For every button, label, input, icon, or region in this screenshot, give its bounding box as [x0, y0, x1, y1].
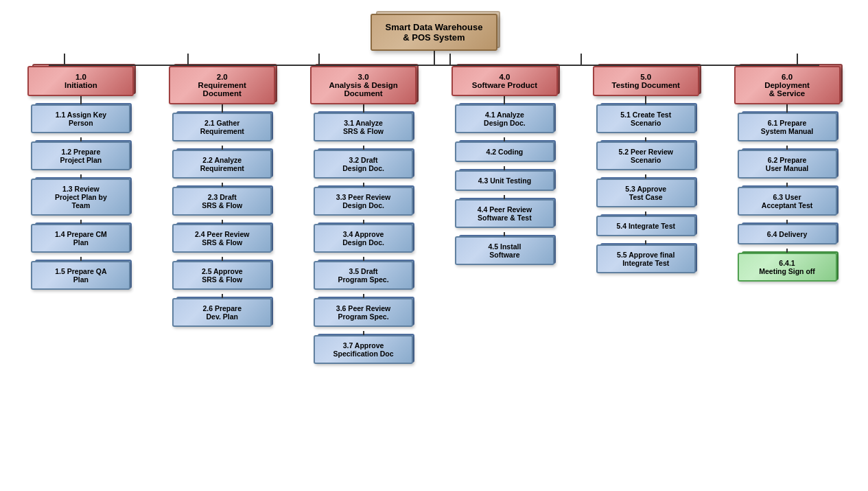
col3-children: 3.1 AnalyzeSRS & Flow 3.2 DraftDesign Do… — [302, 113, 425, 368]
list-item: 1.4 Prepare CMPlan — [31, 224, 130, 253]
column-4: 4.0Software Product 4.1 AnalyzeDesign Do… — [443, 66, 566, 269]
root-label: Smart Data Warehouse & POS System — [386, 22, 483, 43]
col1-children: 1.1 Assign KeyPerson 1.2 PrepareProject … — [19, 104, 143, 294]
root-down-line — [434, 51, 435, 65]
column-5: 5.0Testing Document 5.1 Create TestScena… — [584, 66, 707, 277]
list-item: 2.1 GatherRequirement — [172, 113, 272, 141]
list-item-special: 6.4.1Meeting Sign off — [738, 253, 837, 282]
list-item: 5.1 Create TestScenario — [596, 104, 696, 133]
root-box: Smart Data Warehouse & POS System — [371, 14, 498, 51]
list-item: 5.5 Approve finalIntegrate Test — [596, 244, 696, 273]
list-item: 2.3 DraftSRS & Flow — [172, 187, 272, 216]
list-item: 3.3 Peer ReviewDesign Doc. — [314, 187, 413, 216]
list-item: 2.6 PrepareDev. Plan — [172, 298, 272, 327]
header-5-label: 5.0Testing Document — [611, 73, 679, 89]
list-item: 3.2 DraftDesign Doc. — [314, 150, 413, 179]
root-node: Smart Data Warehouse & POS System — [371, 14, 498, 51]
list-item: 6.4 Delivery — [738, 224, 837, 244]
tree-wrapper: Smart Data Warehouse & POS System 1.0Ini… — [3, 7, 865, 375]
list-item: 4.3 Unit Testing — [455, 170, 554, 191]
header-4: 4.0Software Product — [451, 66, 558, 96]
list-item: 4.1 AnalyzeDesign Doc. — [455, 104, 554, 133]
list-item: 6.3 UserAcceptant Test — [738, 187, 837, 216]
header-6: 6.0Deployment& Service — [734, 66, 841, 104]
list-item: 1.3 ReviewProject Plan byTeam — [31, 179, 130, 216]
header-4-label: 4.0Software Product — [472, 73, 537, 89]
list-item: 5.4 Integrate Test — [596, 216, 696, 236]
list-item: 5.2 Peer ReviewScenario — [596, 141, 696, 170]
header-2: 2.0RequirementDocument — [169, 66, 275, 104]
header-5: 5.0Testing Document — [593, 66, 699, 96]
col2-children: 2.1 GatherRequirement 2.2 AnalyzeRequire… — [161, 113, 284, 331]
list-item: 3.5 DraftProgram Spec. — [314, 261, 413, 290]
header-3: 3.0Analysis & DesignDocument — [310, 66, 417, 104]
list-item: 3.1 AnalyzeSRS & Flow — [314, 113, 413, 141]
header-3-label: 3.0Analysis & DesignDocument — [329, 73, 397, 98]
list-item: 6.2 PrepareUser Manual — [738, 150, 837, 179]
header-6-label: 6.0Deployment& Service — [764, 73, 810, 98]
list-item: 3.6 Peer ReviewProgram Spec. — [314, 298, 413, 327]
col4-children: 4.1 AnalyzeDesign Doc. 4.2 Coding 4.3 Un… — [443, 104, 566, 269]
list-item: 3.4 ApproveDesign Doc. — [314, 224, 413, 253]
list-item: 2.4 Peer ReviewSRS & Flow — [172, 224, 272, 253]
list-item: 4.5 InstallSoftware — [455, 236, 554, 265]
list-item: 3.7 ApproveSpecification Doc — [314, 335, 413, 364]
header-2-label: 2.0RequirementDocument — [198, 73, 246, 98]
chart-container: Smart Data Warehouse & POS System 1.0Ini… — [0, 0, 868, 382]
list-item: 1.1 Assign KeyPerson — [31, 104, 130, 133]
list-item: 6.1 PrepareSystem Manual — [738, 113, 837, 141]
col1-vert — [80, 96, 82, 104]
column-6: 6.0Deployment& Service 6.1 PrepareSystem… — [725, 66, 849, 286]
list-item: 4.2 Coding — [455, 141, 554, 162]
list-item: 2.2 AnalyzeRequirement — [172, 150, 272, 179]
header-1-label: 1.0Initiation — [64, 73, 97, 89]
col5-children: 5.1 Create TestScenario 5.2 Peer ReviewS… — [584, 104, 707, 277]
list-item: 4.4 Peer ReviewSoftware & Test — [455, 199, 554, 228]
column-1: 1.0Initiation 1.1 Assign KeyPerson 1.2 P… — [19, 66, 143, 294]
list-item: 1.5 Prepare QAPlan — [31, 261, 130, 290]
list-item: 1.2 PrepareProject Plan — [31, 141, 130, 170]
column-2: 2.0RequirementDocument 2.1 GatherRequire… — [161, 66, 284, 331]
columns-container: 1.0Initiation 1.1 Assign KeyPerson 1.2 P… — [10, 66, 858, 368]
list-item: 2.5 ApproveSRS & Flow — [172, 261, 272, 290]
list-item: 5.3 ApproveTest Case — [596, 179, 696, 207]
column-3: 3.0Analysis & DesignDocument 3.1 Analyze… — [302, 66, 425, 368]
col6-children: 6.1 PrepareSystem Manual 6.2 PrepareUser… — [725, 113, 849, 286]
header-1: 1.0Initiation — [27, 66, 134, 96]
